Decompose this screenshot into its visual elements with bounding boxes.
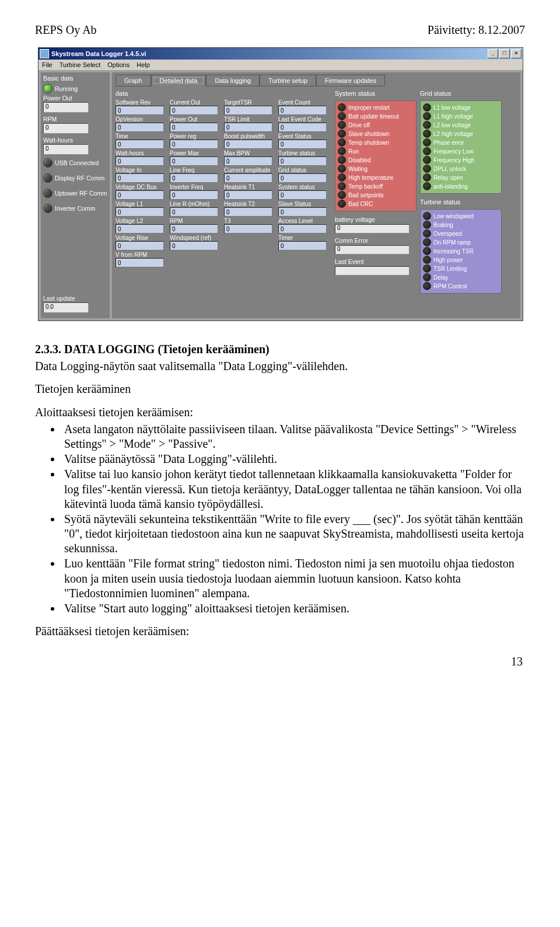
minimize-button[interactable]: _	[488, 49, 498, 58]
status-led	[423, 165, 431, 173]
data-cell-label: Heatsink T1	[224, 184, 274, 190]
data-cell-value[interactable]	[224, 173, 272, 183]
data-cell-value[interactable]	[170, 224, 218, 234]
data-cell	[170, 252, 219, 267]
data-cell-value[interactable]	[170, 106, 218, 115]
sidebar: Basic data Running Power Out 0 RPM 0 Wat…	[41, 72, 110, 318]
status-label: Disabled	[348, 157, 371, 163]
grid-status-title: Grid status	[420, 90, 502, 97]
data-cell-value[interactable]	[116, 140, 164, 149]
status-led	[423, 147, 431, 155]
running-label: Running	[55, 85, 78, 92]
app-icon	[40, 49, 49, 58]
main-panel: Graph Detailed data Data logging Turbine…	[112, 72, 520, 318]
data-cell-value[interactable]	[116, 173, 164, 183]
data-cell-value[interactable]	[116, 241, 164, 250]
status-label: Relay open	[433, 175, 463, 181]
display-rf-led	[43, 173, 52, 183]
tab-firmware-updates[interactable]: Firmware updates	[316, 75, 385, 86]
data-cell-value[interactable]	[224, 207, 272, 217]
tab-data-logging[interactable]: Data logging	[206, 75, 260, 86]
data-cell-label: Voltage In	[116, 167, 165, 173]
uptower-rf-label: Uptower RF Comm	[55, 190, 107, 197]
data-cell-value[interactable]	[278, 123, 327, 132]
comm-error-label: Comm Error	[335, 237, 416, 244]
data-cell-label: Last Event Code	[278, 116, 328, 123]
data-cell-value[interactable]	[278, 140, 327, 149]
data-cell-value[interactable]	[116, 224, 164, 234]
data-cell-value[interactable]	[278, 156, 327, 166]
power-out-label: Power Out	[43, 95, 107, 102]
data-cell-value[interactable]	[170, 123, 218, 132]
data-cell	[224, 252, 274, 267]
data-cell-value[interactable]	[170, 190, 218, 200]
status-row: Phase error	[423, 138, 499, 147]
titlebar: Skystream Data Logger 1.4.5.vi _ □ ×	[38, 48, 523, 60]
data-cell-value[interactable]	[116, 156, 164, 166]
data-cell-value[interactable]	[224, 224, 272, 234]
data-cell-label: Windspeed (ref)	[170, 235, 219, 241]
data-cell-value[interactable]	[116, 207, 164, 217]
data-cell-value[interactable]	[224, 106, 272, 115]
doc-bullet: Valitse "Start auto logging" aloittaakse…	[62, 601, 525, 616]
maximize-button[interactable]: □	[499, 49, 510, 58]
status-led	[423, 282, 431, 290]
data-cell-label: Line R (mOhm)	[170, 201, 219, 207]
data-cell-value[interactable]	[224, 190, 272, 200]
last-update-label: Last update	[43, 295, 107, 302]
inverter-comm-led	[43, 204, 52, 213]
data-cell-value[interactable]	[224, 140, 272, 149]
data-cell-value[interactable]	[116, 106, 164, 115]
data-cell: Max BPW	[224, 150, 274, 166]
doc-p1: Data Logging-näytön saat valitsemalla "D…	[35, 359, 525, 374]
data-cell-value[interactable]	[170, 173, 218, 183]
menubar: File Turbine Select Options Help	[38, 60, 523, 70]
status-row: Batt update timeout	[338, 112, 414, 120]
data-cell-value[interactable]	[170, 156, 218, 166]
data-cell: T3	[224, 218, 274, 234]
data-cell-value[interactable]	[278, 173, 327, 183]
menu-help[interactable]: Help	[136, 61, 150, 68]
data-cell-value[interactable]	[278, 106, 327, 115]
data-cell: V from RPM	[116, 252, 165, 267]
data-cell-value[interactable]	[224, 123, 272, 132]
data-cell-label: Grid status	[278, 167, 328, 173]
status-label: Braking	[433, 222, 453, 228]
doc-bullet: Syötä näyteväli sekunteina tekstikenttää…	[62, 512, 525, 556]
data-cell-value[interactable]	[116, 123, 164, 132]
menu-file[interactable]: File	[42, 61, 52, 68]
data-cell-value[interactable]	[170, 207, 218, 217]
last-update-field: 0.0	[43, 302, 89, 313]
data-cell-value[interactable]	[278, 190, 327, 200]
tab-turbine-setup[interactable]: Turbine setup	[260, 75, 316, 86]
data-cell: Last Event Code	[278, 116, 328, 132]
data-cell-label: Access Level	[278, 218, 328, 224]
status-label: Bad CRC	[348, 201, 373, 207]
menu-options[interactable]: Options	[107, 61, 130, 68]
data-cell-value[interactable]	[116, 258, 164, 267]
status-row: Overspeed	[423, 229, 499, 238]
data-cell-value[interactable]	[224, 156, 272, 166]
data-cell: System status	[278, 184, 328, 200]
status-row: L1 high voltage	[423, 112, 499, 120]
data-cell-value[interactable]	[278, 241, 327, 250]
data-cell-label: Current amplitude	[224, 167, 274, 173]
data-cell-value[interactable]	[278, 224, 327, 234]
tab-graph[interactable]: Graph	[116, 75, 151, 86]
status-label: L2 high voltage	[433, 131, 473, 137]
status-label: Run	[348, 148, 359, 155]
status-led	[338, 147, 346, 155]
status-led	[423, 238, 431, 246]
data-cell-label: Line Freq	[170, 167, 219, 173]
data-cell-value[interactable]	[278, 207, 327, 217]
data-cell-value[interactable]	[170, 140, 218, 149]
display-rf-label: Display RF Comm	[55, 175, 104, 182]
status-row: L1 low voltage	[423, 103, 499, 111]
menu-turbine-select[interactable]: Turbine Select	[60, 61, 101, 68]
tab-detailed-data[interactable]: Detailed data	[151, 75, 206, 86]
close-button[interactable]: ×	[511, 49, 522, 58]
data-cell-value[interactable]	[170, 241, 218, 250]
data-cell-value[interactable]	[116, 190, 164, 200]
data-section-title: data	[116, 90, 331, 97]
status-led	[338, 121, 346, 129]
